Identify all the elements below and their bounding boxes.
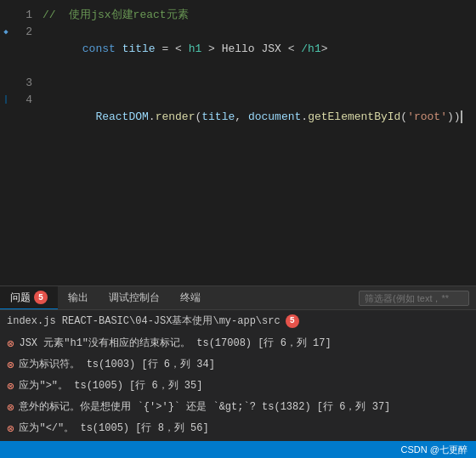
error-item-3: ⊗ 应为">"。 ts(1005) [行 6，列 35] <box>0 376 476 397</box>
watermark: CSDN @七更醉 <box>401 444 468 456</box>
line-number-1: 1 <box>12 7 42 24</box>
tab-debug-label: 调试控制台 <box>109 291 160 305</box>
file-path: index.js REACT-BASIC\04-JSX基本使用\my-app\s… <box>7 314 280 328</box>
line-content-2: const title = < h1 > Hello JSX < /h1> <box>42 24 473 75</box>
bottom-panel: 问题 5 输出 调试控制台 终端 index.js REACT-BASIC\04… <box>0 286 476 441</box>
problems-badge: 5 <box>34 291 48 304</box>
line-content-comment: // 使用jsx创建react元素 <box>42 7 473 24</box>
tab-terminal-label: 终端 <box>180 291 201 305</box>
file-badge: 5 <box>286 314 299 328</box>
tab-output-label: 输出 <box>68 291 88 305</box>
line-number-2: 2 <box>12 24 42 41</box>
line-number-3: 3 <box>12 75 42 92</box>
error-list: ⊗ JSX 元素"h1"没有相应的结束标记。 ts(17008) [行 6，列 … <box>0 331 476 441</box>
error-icon-3: ⊗ <box>7 379 14 394</box>
error-icon-4: ⊗ <box>7 400 14 416</box>
panel-file-header: index.js REACT-BASIC\04-JSX基本使用\my-app\s… <box>0 310 476 331</box>
line-content-4: ReactDOM.render(title, document.getEleme… <box>42 92 473 143</box>
editor-area: 1 // 使用jsx创建react元素 ◆ 2 const title = < … <box>0 0 476 286</box>
filter-area <box>359 291 469 306</box>
bottom-bar: CSDN @七更醉 <box>0 441 476 458</box>
line-content-3 <box>42 75 473 92</box>
tab-problems[interactable]: 问题 5 <box>0 286 58 309</box>
error-text-2: 应为标识符。 ts(1003) [行 6，列 34] <box>19 357 469 372</box>
error-text-4: 意外的标记。你是想使用 `{'>'}` 还是 `&gt;`? ts(1382) … <box>19 399 469 415</box>
tab-debug[interactable]: 调试控制台 <box>99 286 170 309</box>
error-text-1: JSX 元素"h1"没有相应的结束标记。 ts(17008) [行 6，列 17… <box>19 336 469 351</box>
error-item-2: ⊗ 应为标识符。 ts(1003) [行 6，列 34] <box>0 354 476 376</box>
error-icon-1: ⊗ <box>7 336 14 352</box>
error-item-1: ⊗ JSX 元素"h1"没有相应的结束标记。 ts(17008) [行 6，列 … <box>0 333 476 354</box>
error-icon-2: ⊗ <box>7 358 14 373</box>
error-item-4: ⊗ 意外的标记。你是想使用 `{'>'}` 还是 `&gt;`? ts(1382… <box>0 397 476 418</box>
tab-output[interactable]: 输出 <box>58 286 99 309</box>
tab-problems-label: 问题 <box>10 291 31 305</box>
line-indicator-4: | <box>0 92 12 109</box>
line-number-4: 4 <box>12 92 42 109</box>
error-item-5: ⊗ 应为"</"。 ts(1005) [行 8，列 56] <box>0 418 476 439</box>
code-line-4: | 4 ReactDOM.render(title, document.getE… <box>0 92 476 143</box>
tab-terminal[interactable]: 终端 <box>170 286 211 309</box>
error-text-3: 应为">"。 ts(1005) [行 6，列 35] <box>19 378 469 393</box>
code-line-3: 3 <box>0 75 476 92</box>
error-icon-5: ⊗ <box>7 421 14 437</box>
code-line-2: ◆ 2 const title = < h1 > Hello JSX < /h1… <box>0 24 476 75</box>
error-text-5: 应为"</"。 ts(1005) [行 8，列 56] <box>19 421 469 436</box>
code-line-comment: 1 // 使用jsx创建react元素 <box>0 7 476 24</box>
filter-input[interactable] <box>359 291 469 306</box>
line-indicator-2: ◆ <box>0 24 12 41</box>
panel-tabs: 问题 5 输出 调试控制台 终端 <box>0 286 476 310</box>
